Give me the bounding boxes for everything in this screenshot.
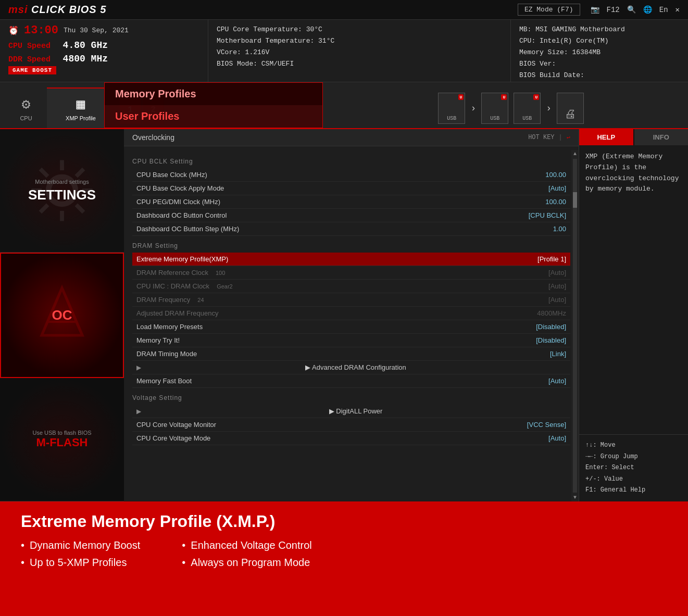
usb-icon-2[interactable]: U USB xyxy=(481,93,508,124)
main-content: Motherboard settings SETTINGS OC Use USB… xyxy=(0,129,688,501)
cpu-temp-text: CPU Core Temperature: 30°C xyxy=(217,24,502,35)
features-left: • Dynamic Memory Boost • Up to 5-XMP Pro… xyxy=(21,539,140,569)
ddr-speed-value: 4800 MHz xyxy=(63,54,108,64)
clock-date: Thu 30 Sep, 2021 xyxy=(64,27,129,34)
row-dram-freq-value: [Auto] xyxy=(548,296,566,304)
top-bar: msi CLICK BIOS 5 EZ Mode (F7) 📷 F12 🔍 🌐 … xyxy=(0,0,688,20)
clock-row: ⏰ 13:00 Thu 30 Sep, 2021 xyxy=(8,24,199,37)
row-dashboard-oc-step-value: 1.00 xyxy=(553,225,566,233)
row-memory-fast-boot-value: [Auto] xyxy=(548,377,566,385)
row-memory-fast-boot[interactable]: Memory Fast Boot [Auto] xyxy=(132,374,570,388)
row-dashboard-oc-control-name: Dashboard OC Button Control xyxy=(136,211,227,219)
settings-title: SETTINGS xyxy=(28,187,96,203)
mflash-sub-label: Use USB to flash BIOS xyxy=(32,430,91,436)
close-icon[interactable]: ✕ xyxy=(676,5,680,14)
bottom-features: • Dynamic Memory Boost • Up to 5-XMP Pro… xyxy=(21,539,667,569)
bottom-section: Extreme Memory Profile (X.M.P.) • Dynami… xyxy=(0,501,688,616)
features-right: • Enhanced Voltage Control • Always on P… xyxy=(182,539,311,569)
row-digitall-power[interactable]: ▶ ▶ DigitALL Power xyxy=(132,405,570,418)
hotkey-back-button[interactable]: ↩ xyxy=(567,134,570,142)
top-bar-right: EZ Mode (F7) 📷 F12 🔍 🌐 En ✕ xyxy=(518,4,680,16)
row-adj-dram-freq-value: 4800MHz xyxy=(537,309,566,317)
bullet-1: • xyxy=(21,539,24,551)
center-panel: Overclocking HOT KEY | ↩ CPU BCLK Settin… xyxy=(124,129,579,501)
row-cpu-base-clock-apply-value: [Auto] xyxy=(548,184,566,192)
scrollbar[interactable]: ▲ ▼ xyxy=(571,150,579,501)
ddr-speed-label: DDR Speed xyxy=(8,55,58,64)
svg-line-5 xyxy=(40,169,47,177)
hotkey-label: HOT KEY xyxy=(528,134,554,141)
right-panel: HELP INFO XMP (Extreme Memory Profile) i… xyxy=(579,129,688,501)
row-dashboard-oc-step-name: Dashboard OC Button Step (MHz) xyxy=(136,225,239,233)
bullet-2: • xyxy=(21,557,24,569)
oc-title: OC xyxy=(52,307,72,323)
row-dashboard-oc-control[interactable]: Dashboard OC Button Control [CPU BCLK] xyxy=(132,209,570,222)
language-icon[interactable]: 🌐 xyxy=(643,5,652,14)
cpu-speed-row: CPU Speed 4.80 GHz xyxy=(8,40,199,51)
row-cpu-base-clock[interactable]: CPU Base Clock (MHz) 100.00 xyxy=(132,168,570,182)
f12-label[interactable]: F12 xyxy=(607,6,620,14)
mflash-title: M-FLASH xyxy=(32,436,91,449)
row-xmp[interactable]: Extreme Memory Profile(XMP) [Profile 1] xyxy=(132,253,570,266)
scroll-up-arrow[interactable]: ▲ xyxy=(572,150,578,158)
advanced-dram-arrow: ▶ xyxy=(136,364,141,371)
settings-text: Motherboard settings SETTINGS xyxy=(28,179,96,203)
game-boost-label[interactable]: GAME BOOST xyxy=(8,66,56,74)
cpu-speed-label: CPU Speed xyxy=(8,42,58,51)
user-profiles-item[interactable]: User Profiles xyxy=(105,105,322,128)
top-icons: 📷 F12 🔍 🌐 En ✕ xyxy=(591,5,680,14)
row-dram-freq-name: DRAM Frequency 24 xyxy=(136,296,204,304)
row-cpu-peg-dmi[interactable]: CPU PEG/DMI Clock (MHz) 100.00 xyxy=(132,195,570,209)
section-cpu-bclk: CPU BCLK Setting xyxy=(132,158,570,165)
row-memory-try-it[interactable]: Memory Try It! [Disabled] xyxy=(132,334,570,347)
tab-info[interactable]: INFO xyxy=(634,129,689,145)
search-icon[interactable]: 🔍 xyxy=(627,5,636,14)
xmp-tab-label: XMP Profile xyxy=(66,115,96,121)
tab-help[interactable]: HELP xyxy=(579,129,633,145)
usb-icon-1[interactable]: U USB xyxy=(438,93,465,124)
row-cpu-core-voltage-mode[interactable]: CPU Core Voltage Mode [Auto] xyxy=(132,432,570,445)
mem-size-info: Memory Size: 16384MB xyxy=(519,47,680,58)
row-dashboard-oc-step[interactable]: Dashboard OC Button Step (MHz) 1.00 xyxy=(132,222,570,236)
tab-cpu[interactable]: ⚙ CPU xyxy=(5,87,47,128)
usb-label-1: USB xyxy=(447,116,456,121)
key-enter: Enter: Select xyxy=(585,462,682,474)
sidebar-oc[interactable]: OC xyxy=(0,253,124,378)
feature-dynamic-memory: • Dynamic Memory Boost xyxy=(21,539,140,551)
row-cpu-base-clock-name: CPU Base Clock (MHz) xyxy=(136,171,207,179)
row-dram-ref-clock[interactable]: DRAM Reference Clock 100 [Auto] xyxy=(132,266,570,280)
row-advanced-dram[interactable]: ▶ ▶ Advanced DRAM Configuration xyxy=(132,361,570,374)
usb-label-2: USB xyxy=(490,116,499,121)
row-cpu-base-clock-apply[interactable]: CPU Base Clock Apply Mode [Auto] xyxy=(132,182,570,195)
cpu-tab-icon: ⚙ xyxy=(22,95,31,113)
sidebar-settings[interactable]: Motherboard settings SETTINGS xyxy=(0,129,124,253)
logo: msi CLICK BIOS 5 xyxy=(8,4,106,16)
section-voltage: Voltage Setting xyxy=(132,394,570,401)
screenshot-icon[interactable]: 📷 xyxy=(591,5,599,14)
profile-dropdown: Memory Profiles User Profiles xyxy=(104,82,323,128)
key-group-jump: →←: Group Jump xyxy=(585,451,682,463)
feature-5xmp: • Up to 5-XMP Profiles xyxy=(21,557,140,569)
row-dram-timing-value: [Link] xyxy=(550,350,566,358)
scroll-track[interactable] xyxy=(573,159,577,493)
info-bar: ⏰ 13:00 Thu 30 Sep, 2021 CPU Speed 4.80 … xyxy=(0,20,688,82)
row-cpu-core-voltage-mon[interactable]: CPU Core Voltage Monitor [VCC Sense] xyxy=(132,418,570,432)
usb-icon-3[interactable]: U USB xyxy=(514,93,541,124)
bios-date-info: BIOS Build Date: xyxy=(519,70,680,81)
sidebar-mflash[interactable]: Use USB to flash BIOS M-FLASH xyxy=(0,378,124,501)
row-cpu-imc-dram[interactable]: CPU IMC : DRAM Clock Gear2 [Auto] xyxy=(132,280,570,293)
usb-badge-2: U xyxy=(501,94,507,100)
usb-icon-4[interactable]: 🖨 xyxy=(557,93,584,124)
feature-label-2: Up to 5-XMP Profiles xyxy=(30,557,127,569)
row-dram-timing[interactable]: DRAM Timing Mode [Link] xyxy=(132,347,570,361)
row-load-memory[interactable]: Load Memory Presets [Disabled] xyxy=(132,320,570,334)
memory-profiles-item[interactable]: Memory Profiles xyxy=(105,83,322,105)
usb-label-3: USB xyxy=(522,116,532,121)
hotkey-area: HOT KEY | ↩ xyxy=(528,134,570,142)
info-bar-right: MB: MSI GAMING Motherboard CPU: Intel(R)… xyxy=(511,20,688,82)
scroll-down-arrow[interactable]: ▼ xyxy=(572,494,578,501)
scroll-thumb[interactable] xyxy=(573,192,577,208)
row-dram-freq[interactable]: DRAM Frequency 24 [Auto] xyxy=(132,293,570,307)
ez-mode-button[interactable]: EZ Mode (F7) xyxy=(518,4,580,16)
settings-sub-label: Motherboard settings xyxy=(28,179,96,185)
